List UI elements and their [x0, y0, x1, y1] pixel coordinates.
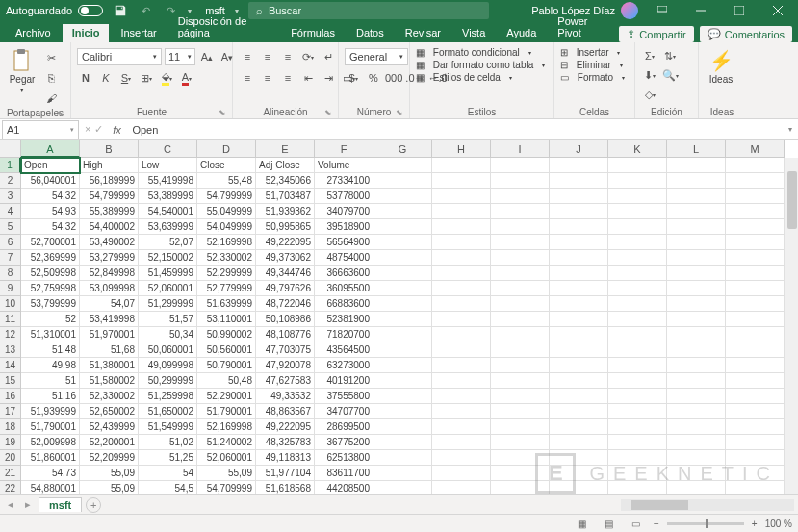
cell[interactable]: [491, 466, 550, 481]
zoom-slider[interactable]: [667, 522, 744, 525]
cell[interactable]: [608, 266, 667, 281]
cell[interactable]: 52,330002: [80, 389, 139, 404]
cell[interactable]: [491, 435, 550, 450]
cell[interactable]: Volume: [315, 158, 373, 173]
cell[interactable]: [550, 450, 608, 466]
cell[interactable]: [550, 235, 608, 250]
cell[interactable]: [432, 358, 491, 373]
row-header[interactable]: 21: [0, 466, 21, 481]
column-header[interactable]: C: [139, 140, 197, 158]
autosave-toggle[interactable]: Autoguardado: [6, 5, 103, 16]
cell[interactable]: [726, 173, 785, 189]
align-middle-icon[interactable]: ≡: [259, 48, 276, 65]
dialog-launcher-icon[interactable]: ⬊: [324, 108, 332, 117]
cell[interactable]: [726, 389, 785, 404]
cell[interactable]: 54: [139, 466, 197, 481]
cell[interactable]: [608, 158, 667, 173]
cell[interactable]: [667, 373, 726, 389]
cell[interactable]: 50,060001: [139, 342, 197, 358]
cell[interactable]: 54,799999: [197, 189, 256, 204]
cell[interactable]: 44208500: [315, 481, 373, 494]
cell[interactable]: [726, 235, 785, 250]
spreadsheet-grid[interactable]: ABCDEFGHIJKLM 12345678910111213141516171…: [0, 140, 798, 494]
cell[interactable]: [667, 266, 726, 281]
cell[interactable]: [608, 327, 667, 342]
fx-icon[interactable]: fx: [107, 124, 126, 136]
cell[interactable]: [432, 389, 491, 404]
cell[interactable]: 49,98: [21, 358, 80, 373]
cell[interactable]: 50,108986: [256, 312, 315, 327]
cell[interactable]: 51,650002: [139, 404, 197, 419]
accounting-icon[interactable]: $▾: [345, 69, 362, 87]
cell[interactable]: [432, 404, 491, 419]
docname-dropdown-icon[interactable]: ▾: [235, 7, 239, 15]
cell[interactable]: [373, 466, 432, 481]
cell[interactable]: 52,290001: [197, 389, 256, 404]
wrap-text-icon[interactable]: ↵: [320, 48, 337, 65]
cell[interactable]: 50,48: [197, 373, 256, 389]
cell[interactable]: [432, 450, 491, 466]
cell[interactable]: 53778000: [315, 189, 373, 204]
cell[interactable]: [373, 296, 432, 312]
cell[interactable]: [373, 358, 432, 373]
cell[interactable]: [608, 173, 667, 189]
cell[interactable]: Close: [197, 158, 256, 173]
qat-dropdown-icon[interactable]: ▾: [188, 7, 192, 15]
save-icon[interactable]: [113, 3, 128, 18]
cell[interactable]: 54,400002: [80, 219, 139, 235]
cell[interactable]: [726, 189, 785, 204]
scroll-thumb[interactable]: [787, 171, 797, 229]
cell[interactable]: [491, 235, 550, 250]
clear-icon[interactable]: ◇▾: [641, 86, 658, 103]
cell[interactable]: 51,459999: [139, 266, 197, 281]
cell[interactable]: 36095500: [315, 281, 373, 296]
dialog-launcher-icon[interactable]: ⬊: [57, 109, 64, 118]
cell[interactable]: 53,490002: [80, 235, 139, 250]
cell[interactable]: 55,049999: [197, 204, 256, 219]
find-icon[interactable]: 🔍▾: [661, 66, 679, 84]
cell[interactable]: 52,009998: [21, 435, 80, 450]
cell[interactable]: 48,325783: [256, 435, 315, 450]
align-center-icon[interactable]: ≡: [259, 69, 276, 87]
cell[interactable]: [667, 342, 726, 358]
cell[interactable]: 49,222095: [256, 235, 315, 250]
cell[interactable]: 48,722046: [256, 296, 315, 312]
cell[interactable]: [550, 419, 608, 435]
cell[interactable]: [667, 173, 726, 189]
row-header[interactable]: 15: [0, 373, 21, 389]
cell[interactable]: [667, 204, 726, 219]
cell[interactable]: 51,860001: [21, 450, 80, 466]
cell[interactable]: 39518900: [315, 219, 373, 235]
cell[interactable]: [432, 235, 491, 250]
row-header[interactable]: 19: [0, 435, 21, 450]
comma-icon[interactable]: 000: [385, 69, 402, 87]
cell[interactable]: [491, 404, 550, 419]
format-painter-icon[interactable]: 🖌: [42, 89, 60, 107]
cell[interactable]: [667, 450, 726, 466]
cell[interactable]: 49,099998: [139, 358, 197, 373]
cell[interactable]: [667, 358, 726, 373]
increase-indent-icon[interactable]: ⇥: [320, 69, 337, 87]
cell[interactable]: [550, 481, 608, 494]
cell[interactable]: 36663600: [315, 266, 373, 281]
cell[interactable]: [373, 389, 432, 404]
cell[interactable]: 48754000: [315, 250, 373, 266]
cell[interactable]: [726, 158, 785, 173]
cell[interactable]: 51: [21, 373, 80, 389]
cell[interactable]: 66883600: [315, 296, 373, 312]
cell[interactable]: 51,25: [139, 450, 197, 466]
new-sheet-button[interactable]: +: [86, 497, 101, 513]
cell[interactable]: 37555800: [315, 389, 373, 404]
cell[interactable]: 83611700: [315, 466, 373, 481]
cell[interactable]: [432, 266, 491, 281]
cell[interactable]: [550, 189, 608, 204]
number-format-select[interactable]: General▾: [345, 48, 408, 65]
cell[interactable]: [373, 266, 432, 281]
close-button[interactable]: [763, 0, 792, 21]
cell[interactable]: 53,389999: [139, 189, 197, 204]
column-header[interactable]: H: [432, 140, 491, 158]
cell[interactable]: 49,33532: [256, 389, 315, 404]
format-cells-button[interactable]: ▭ Formato ▾: [560, 72, 625, 83]
enter-formula-icon[interactable]: ✓: [94, 123, 103, 136]
row-header[interactable]: 11: [0, 312, 21, 327]
